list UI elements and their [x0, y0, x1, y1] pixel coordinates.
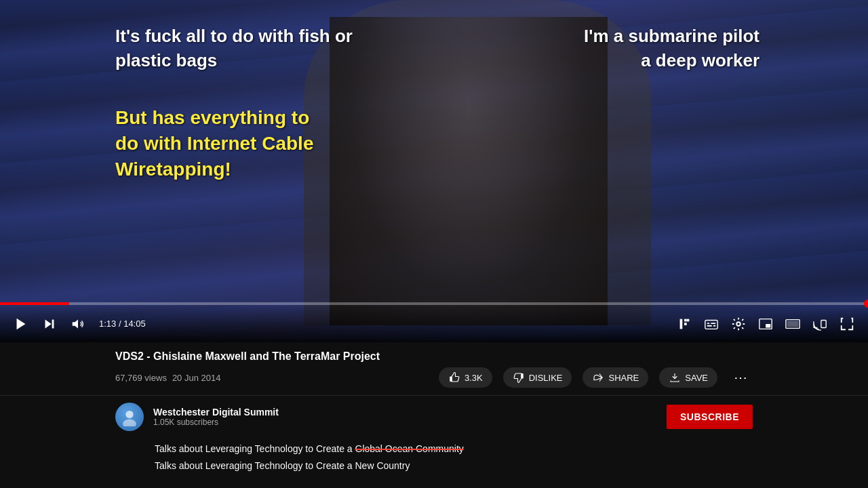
svg-rect-12: [713, 325, 716, 326]
next-button[interactable]: [39, 314, 60, 334]
overlay-text-top-right: I'm a submarine pilot a deep worker: [584, 24, 760, 73]
svg-rect-17: [787, 321, 799, 327]
pause-icon: [677, 317, 692, 331]
channel-avatar[interactable]: [115, 403, 144, 431]
subtitles-icon: [704, 317, 719, 331]
volume-button[interactable]: [68, 314, 88, 334]
channel-text: Westchester Digital Summit 1.05K subscri…: [153, 407, 279, 427]
play-icon: [14, 317, 28, 331]
description-line-2: Talks about Leveraging Technology to Cre…: [155, 458, 753, 474]
svg-rect-5: [684, 319, 687, 321]
avatar-icon: [120, 407, 139, 426]
overlay-text-yellow: But has everything to do with Internet C…: [115, 105, 313, 182]
save-icon: [669, 371, 681, 384]
svg-marker-1: [45, 319, 52, 328]
channel-info: Westchester Digital Summit 1.05K subscri…: [115, 403, 279, 431]
subscriber-count: 1.05K subscribers: [153, 418, 279, 427]
svg-marker-0: [17, 318, 26, 329]
share-icon: [592, 371, 604, 384]
miniplayer-icon: [758, 317, 773, 331]
upload-date: 20 Jun 2014: [172, 373, 221, 383]
more-options-button[interactable]: ⋯: [728, 367, 753, 388]
meta-left: 67,769 views 20 Jun 2014: [115, 373, 220, 383]
miniplayer-button[interactable]: [755, 314, 776, 334]
fullscreen-button[interactable]: [837, 314, 857, 334]
svg-rect-18: [821, 320, 826, 327]
svg-marker-3: [73, 319, 78, 328]
svg-point-13: [736, 322, 741, 326]
svg-rect-6: [684, 323, 687, 325]
svg-rect-19: [450, 377, 452, 382]
svg-rect-8: [705, 320, 717, 329]
video-player[interactable]: It's fuck all to do with fish or plastic…: [0, 0, 868, 342]
thumbs-up-icon: [448, 371, 460, 384]
controls-bar: 1:13 / 14:05: [0, 305, 868, 342]
channel-name[interactable]: Westchester Digital Summit: [153, 407, 279, 418]
description-section: Talks about Leveraging Technology to Cre…: [0, 438, 868, 480]
like-button[interactable]: 3.3K: [439, 367, 492, 388]
overlay-text-top-left: It's fuck all to do with fish or plastic…: [115, 24, 373, 73]
theater-icon: [785, 317, 800, 331]
time-display: 1:13 / 14:05: [99, 319, 146, 329]
svg-point-22: [125, 411, 133, 418]
play-button[interactable]: [11, 314, 31, 334]
view-count: 67,769 views: [115, 373, 167, 383]
video-meta: 67,769 views 20 Jun 2014 3.3K DISLI: [115, 367, 753, 388]
channel-section: Westchester Digital Summit 1.05K subscri…: [0, 396, 868, 438]
dislike-button[interactable]: DISLIKE: [503, 367, 572, 388]
right-controls: [674, 314, 857, 334]
share-button[interactable]: SHARE: [583, 367, 648, 388]
svg-rect-20: [521, 373, 523, 379]
svg-rect-11: [707, 325, 712, 326]
thumbs-down-icon: [513, 371, 525, 384]
skip-icon: [42, 317, 57, 331]
svg-point-23: [123, 420, 136, 427]
svg-rect-4: [680, 319, 683, 329]
avatar-image: [115, 403, 144, 431]
description-line-1: Talks about Leveraging Technology to Cre…: [155, 441, 753, 458]
save-button[interactable]: SAVE: [659, 367, 717, 388]
settings-button[interactable]: [728, 314, 749, 334]
subtitles-button[interactable]: [701, 314, 722, 334]
cast-button[interactable]: [810, 314, 830, 334]
subscribe-button[interactable]: SUBSCRIBE: [667, 405, 753, 429]
video-title: VDS2 - Ghislaine Maxwell and The TerraMa…: [115, 350, 753, 363]
video-info-section: VDS2 - Ghislaine Maxwell and The TerraMa…: [0, 342, 868, 396]
pause-button[interactable]: [674, 314, 694, 334]
gear-icon: [731, 317, 746, 331]
fullscreen-icon: [840, 317, 854, 331]
meta-right: 3.3K DISLIKE SHARE: [439, 367, 753, 388]
volume-icon: [71, 317, 85, 331]
svg-rect-15: [766, 324, 770, 328]
svg-rect-10: [711, 323, 715, 324]
cast-icon: [812, 317, 827, 331]
page-container: It's fuck all to do with fish or plastic…: [0, 0, 868, 488]
svg-rect-9: [707, 323, 710, 324]
svg-rect-2: [52, 319, 54, 328]
strikethrough-text: Global Ocean Community: [355, 443, 464, 454]
svg-rect-7: [687, 319, 690, 321]
theater-button[interactable]: [783, 314, 803, 334]
